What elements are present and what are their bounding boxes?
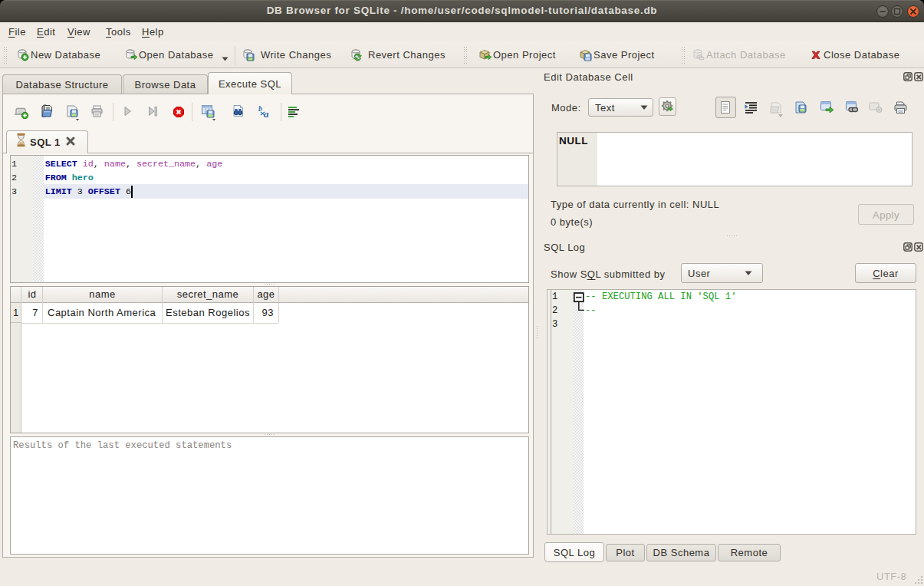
svg-text:b: b [258,104,263,113]
svg-text:a: a [264,108,269,120]
